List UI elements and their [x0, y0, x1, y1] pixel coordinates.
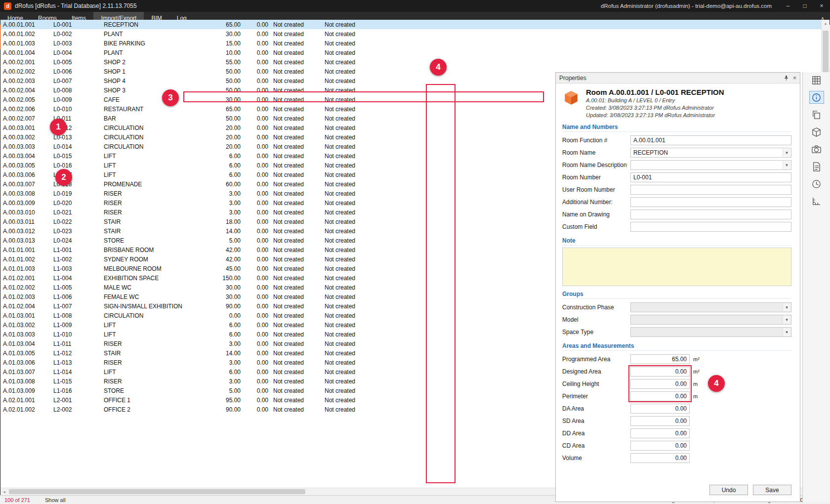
- cell: CIRCULATION: [101, 125, 214, 131]
- cell: RISER: [101, 209, 214, 216]
- cell: Not created: [271, 96, 322, 103]
- field-label: Perimeter: [562, 393, 630, 400]
- field-sd-area[interactable]: 0.00: [630, 416, 690, 426]
- cell: 0.00: [243, 190, 271, 197]
- cell: A.00.02.001: [0, 59, 51, 66]
- table-row[interactable]: A.00.01.004L0-004PLANT10.000.00Not creat…: [0, 48, 821, 57]
- field-custom-field[interactable]: [630, 222, 791, 232]
- field-room-number[interactable]: L0-001: [630, 172, 791, 182]
- table-row[interactable]: A.00.01.001L0-001RECEPTION65.000.00Not c…: [0, 20, 821, 29]
- cell: Not created: [322, 209, 359, 216]
- info-icon[interactable]: [809, 91, 824, 104]
- field-row-custom-field: Custom Field: [562, 220, 791, 233]
- cell: A.01.03.008: [0, 378, 51, 385]
- field-name-on-drawing[interactable]: [630, 210, 791, 219]
- field-user-room-number[interactable]: [630, 185, 791, 195]
- field-value: RECEPTION: [633, 149, 668, 156]
- cell: L1-013: [51, 359, 101, 366]
- field-construction-phase: ▾: [630, 302, 791, 312]
- field-label: Ceiling Height: [562, 380, 630, 387]
- cell: SHOP 4: [101, 78, 214, 84]
- field-volume[interactable]: 0.00: [630, 453, 690, 463]
- pages-icon[interactable]: [809, 160, 824, 173]
- cell: Not created: [322, 312, 359, 319]
- cell: SHOP 1: [101, 68, 214, 75]
- save-button[interactable]: Save: [753, 485, 791, 495]
- field-label: Room Name Description: [562, 162, 630, 168]
- field-ceiling-height[interactable]: 0.00: [630, 379, 690, 389]
- field-perimeter[interactable]: 0.00: [630, 391, 690, 401]
- chevron-down-icon: ▾: [783, 303, 790, 311]
- cell: Not created: [322, 350, 359, 357]
- cell: Not created: [322, 228, 359, 235]
- field-label: SD Area: [562, 418, 630, 424]
- cell: L0-020: [51, 200, 101, 207]
- table-row[interactable]: A.00.01.002L0-002PLANT30.000.00Not creat…: [0, 29, 821, 39]
- cell: 0.00: [243, 181, 271, 188]
- scroll-up-icon[interactable]: ▲: [822, 20, 830, 27]
- cell: Not created: [271, 397, 322, 404]
- cell: 65.00: [214, 106, 243, 113]
- cube-small-icon[interactable]: [809, 126, 824, 138]
- cell: MELBOURNE ROOM: [101, 265, 214, 272]
- cell: 5.00: [214, 237, 243, 244]
- undo-button[interactable]: Undo: [709, 485, 748, 495]
- cell: 6.00: [214, 331, 243, 338]
- field-row-model: Model▾: [562, 313, 791, 326]
- copy-icon[interactable]: [809, 108, 824, 121]
- cell: 0.00: [243, 87, 271, 94]
- cell: L0-003: [51, 40, 101, 47]
- field-room-name-description[interactable]: ▾: [630, 160, 791, 170]
- cell: 42.00: [214, 256, 243, 263]
- field-designed-area[interactable]: 0.00: [630, 367, 690, 377]
- cell: 50.00: [214, 87, 243, 94]
- area-row-cd-area: CD Area0.00: [562, 439, 791, 452]
- show-all-button[interactable]: Show all: [45, 497, 66, 503]
- clock-icon[interactable]: [809, 177, 824, 190]
- cell: 0.00: [243, 237, 271, 244]
- close-icon[interactable]: ×: [793, 75, 796, 82]
- close-icon[interactable]: ×: [813, 0, 830, 12]
- cell: Not created: [271, 78, 322, 84]
- field-value: A.00.01.001: [633, 137, 665, 144]
- field-dd-area[interactable]: 0.00: [630, 428, 690, 438]
- table-row[interactable]: A.00.02.001L0-005SHOP 255.000.00Not crea…: [0, 57, 821, 67]
- cell: 30.00: [214, 284, 243, 291]
- grid-icon[interactable]: [809, 74, 824, 86]
- camera-icon[interactable]: [809, 143, 824, 156]
- cell: Not created: [322, 68, 359, 75]
- cell: Not created: [322, 284, 359, 291]
- pin-icon[interactable]: [784, 75, 789, 81]
- field-additional-number[interactable]: [630, 197, 791, 207]
- field-room-name[interactable]: RECEPTION▾: [630, 148, 791, 158]
- field-cd-area[interactable]: 0.00: [630, 441, 690, 451]
- corner-ruler-icon[interactable]: [809, 195, 824, 208]
- cell: A.01.03.007: [0, 369, 51, 376]
- field-room-function[interactable]: A.00.01.001: [630, 135, 791, 145]
- cell: L0-022: [51, 218, 101, 225]
- cell: A.00.02.004: [0, 87, 51, 94]
- cell: 0.00: [243, 200, 271, 207]
- field-label: CD Area: [562, 442, 630, 449]
- field-label: Model: [562, 316, 630, 323]
- minimize-icon[interactable]: –: [780, 0, 796, 12]
- cell: L2-001: [51, 397, 101, 404]
- maximize-icon[interactable]: □: [796, 0, 813, 12]
- field-label: Additional Number:: [562, 199, 630, 206]
- cell: Not created: [322, 106, 359, 113]
- chevron-down-icon: ▾: [783, 328, 790, 336]
- cell: L1-001: [51, 247, 101, 253]
- horizontal-scroll-thumb[interactable]: [9, 489, 305, 494]
- cell: Not created: [322, 21, 359, 28]
- cell: 10.00: [214, 49, 243, 56]
- room-context: A.00.01: Building A / LEVEL 0 / Entry: [586, 97, 724, 104]
- field-programmed-area[interactable]: 65.00: [630, 354, 690, 364]
- cell: Not created: [322, 275, 359, 282]
- table-row[interactable]: A.00.01.003L0-003BIKE PARKING15.000.00No…: [0, 39, 821, 48]
- scroll-left-icon[interactable]: ◄: [0, 488, 8, 495]
- cell: RISER: [101, 378, 214, 385]
- note-field[interactable]: [562, 248, 791, 286]
- cell: A.01.03.001: [0, 312, 51, 319]
- field-da-area[interactable]: 0.00: [630, 404, 690, 414]
- cell: Not created: [271, 190, 322, 197]
